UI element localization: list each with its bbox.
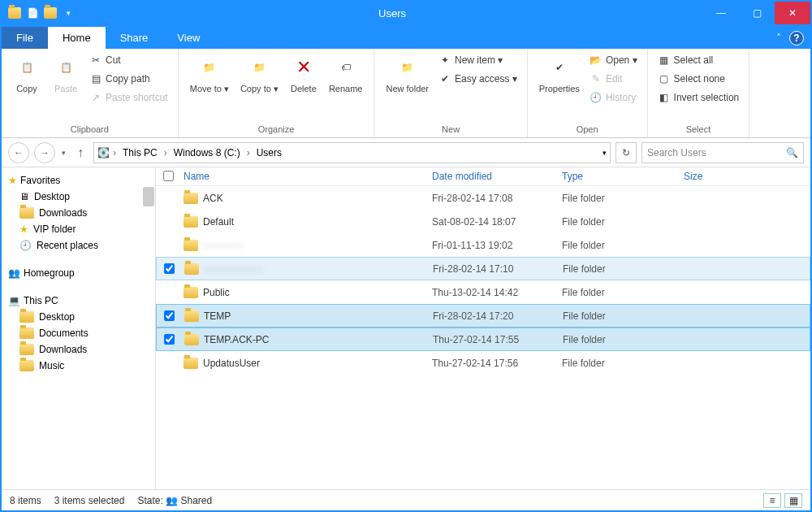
sb-pc-downloads[interactable]: Downloads — [2, 341, 155, 358]
table-row[interactable]: ACKFri-28-02-14 17:08File folder — [156, 186, 810, 210]
sb-vipfolder[interactable]: ★VIP folder — [2, 221, 155, 237]
easyaccess-button[interactable]: ✔Easy access ▾ — [437, 71, 519, 87]
scrollbar-thumb[interactable] — [143, 187, 154, 206]
tab-view[interactable]: View — [162, 27, 214, 49]
table-row[interactable]: PublicThu-13-02-14 14:42File folder — [156, 280, 810, 304]
sb-recent[interactable]: 🕘Recent places — [2, 237, 155, 254]
pasteshortcut-button[interactable]: ↗Paste shortcut — [88, 89, 170, 106]
shortcut-icon: ↗ — [89, 91, 102, 104]
table-row[interactable]: ————Fri-01-11-13 19:02File folder — [156, 233, 810, 257]
col-name[interactable]: Name — [180, 171, 432, 182]
paste-button[interactable]: 📋Paste — [49, 52, 83, 95]
col-size[interactable]: Size — [684, 171, 749, 182]
qat-dropdown-icon[interactable]: ▾ — [62, 7, 75, 20]
column-headers[interactable]: Name Date modified Type Size — [156, 167, 810, 186]
bc-folder[interactable]: Users — [253, 147, 285, 158]
copyto-button[interactable]: 📁Copy to ▾ — [237, 52, 282, 95]
moveto-button[interactable]: 📁Move to ▾ — [187, 52, 232, 95]
copypath-button[interactable]: ▤Copy path — [88, 71, 170, 87]
sb-pc-desktop[interactable]: Desktop — [2, 309, 155, 325]
table-row[interactable]: TEMPFri-28-02-14 17:20File folder — [156, 304, 810, 328]
rename-button[interactable]: 🏷Rename — [326, 52, 366, 95]
properties-icon[interactable]: 📄 — [26, 7, 39, 20]
file-type: File folder — [562, 358, 684, 369]
table-row[interactable]: DefaultSat-08-02-14 18:07File folder — [156, 210, 810, 233]
search-input[interactable]: Search Users 🔍 — [641, 142, 804, 163]
sb-homegroup[interactable]: 👥Homegroup — [2, 265, 155, 281]
selectall-button[interactable]: ▦Select all — [656, 52, 741, 68]
status-item-count: 8 items — [10, 495, 41, 506]
status-selected-count: 3 items selected — [54, 495, 125, 506]
nav-forward-button[interactable]: → — [34, 142, 55, 163]
newfolder-icon[interactable] — [44, 7, 57, 20]
folder-icon — [184, 193, 198, 204]
moveto-icon: 📁 — [196, 54, 223, 81]
sb-thispc[interactable]: 💻This PC — [2, 293, 155, 309]
ribbon-group-clipboard: 📋Copy 📋Paste ✂Cut ▤Copy path ↗Paste shor… — [2, 49, 179, 137]
file-type: File folder — [563, 310, 685, 322]
row-checkbox[interactable] — [164, 263, 175, 274]
desktop-icon: 🖥 — [19, 191, 29, 202]
bc-thispc[interactable]: This PC — [119, 147, 161, 158]
nav-back-button[interactable]: ← — [8, 142, 29, 163]
file-date: Thu-27-02-14 17:56 — [432, 358, 562, 369]
cut-button[interactable]: ✂Cut — [88, 52, 170, 68]
minimize-button[interactable]: — — [703, 2, 739, 24]
open-button[interactable]: 📂Open ▾ — [588, 52, 639, 68]
sb-downloads[interactable]: Downloads — [2, 205, 155, 221]
breadcrumb-dropdown-icon[interactable]: ▾ — [603, 149, 607, 157]
file-type: File folder — [563, 334, 685, 345]
col-type[interactable]: Type — [562, 171, 684, 182]
nav-up-button[interactable]: ↑ — [72, 145, 89, 160]
maximize-button[interactable]: ▢ — [739, 2, 775, 24]
status-bar: 8 items 3 items selected State: 👥 Shared… — [2, 489, 810, 510]
row-checkbox[interactable] — [164, 310, 175, 321]
folder-icon — [184, 358, 198, 369]
file-name: ———— — [203, 240, 242, 251]
nav-history-dropdown[interactable]: ▾ — [60, 149, 67, 157]
file-name: Default — [203, 216, 234, 228]
edit-button[interactable]: ✎Edit — [588, 71, 639, 87]
table-row[interactable]: TEMP.ACK-PCThu-27-02-14 17:55File folder — [156, 328, 810, 351]
search-icon: 🔍 — [786, 147, 798, 158]
newitem-button[interactable]: ✦New item ▾ — [437, 52, 519, 68]
help-icon[interactable]: ? — [789, 31, 804, 46]
folder-icon — [19, 360, 34, 371]
breadcrumb[interactable]: 💽 › This PC› Windows 8 (C:)› Users ▾ — [93, 142, 611, 163]
bc-drive[interactable]: Windows 8 (C:) — [171, 147, 244, 158]
sb-favorites[interactable]: ★Favorites — [2, 172, 155, 189]
sb-pc-music[interactable]: Music — [2, 358, 155, 374]
view-details-button[interactable]: ≡ — [763, 493, 781, 508]
col-date[interactable]: Date modified — [432, 171, 562, 182]
delete-button[interactable]: ✕Delete — [287, 52, 321, 95]
group-label-organize: Organize — [187, 123, 366, 136]
close-button[interactable]: ✕ — [775, 2, 810, 24]
sb-desktop[interactable]: 🖥Desktop — [2, 189, 155, 205]
table-row[interactable]: UpdatusUserThu-27-02-14 17:56File folder — [156, 351, 810, 375]
history-button[interactable]: 🕘History — [588, 89, 639, 106]
cut-icon: ✂ — [89, 54, 102, 67]
newfolder-button[interactable]: 📁New folder — [382, 52, 432, 95]
file-type: File folder — [562, 240, 684, 251]
nav-pane[interactable]: ★Favorites 🖥Desktop Downloads ★VIP folde… — [2, 167, 156, 489]
invertselection-button[interactable]: ◧Invert selection — [656, 89, 741, 106]
tab-share[interactable]: Share — [106, 27, 163, 49]
view-icons-button[interactable]: ▦ — [784, 493, 802, 508]
selectnone-button[interactable]: ▢Select none — [656, 71, 741, 87]
file-name: TEMP — [204, 310, 231, 322]
properties-button[interactable]: ✔Properties — [536, 52, 583, 95]
row-checkbox[interactable] — [164, 334, 175, 345]
sb-pc-documents[interactable]: Documents — [2, 325, 155, 341]
refresh-button[interactable]: ↻ — [615, 142, 637, 163]
folder-icon — [184, 240, 198, 251]
folder-icon — [8, 7, 21, 20]
table-row[interactable]: ——————Fri-28-02-14 17:10File folder — [156, 257, 810, 280]
copy-button[interactable]: 📋Copy — [10, 52, 44, 95]
folder-icon — [184, 216, 198, 228]
delete-icon: ✕ — [290, 54, 317, 81]
tab-home[interactable]: Home — [48, 27, 106, 49]
tab-file[interactable]: File — [2, 27, 48, 49]
select-all-checkbox[interactable] — [163, 171, 174, 181]
collapse-ribbon-icon[interactable]: ˄ — [776, 33, 781, 44]
file-name: TEMP.ACK-PC — [204, 334, 269, 345]
